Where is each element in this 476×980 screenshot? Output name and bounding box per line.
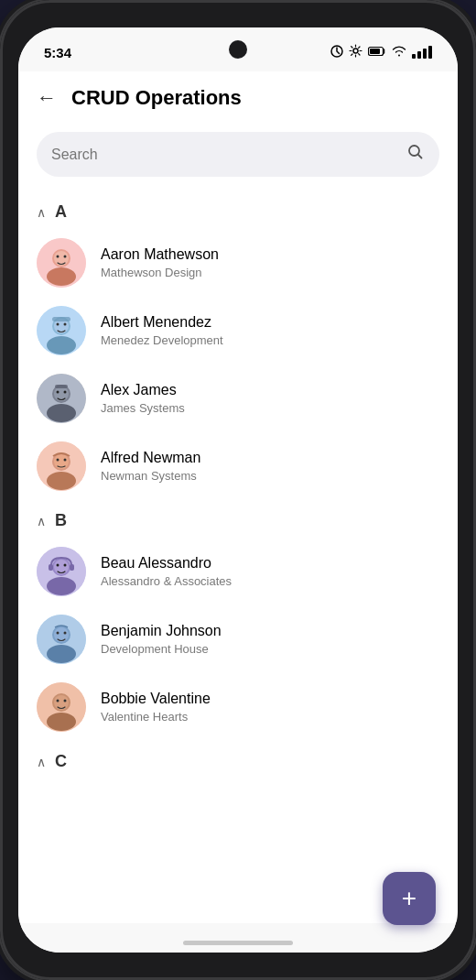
svg-point-44 [64, 632, 67, 635]
svg-point-34 [54, 560, 69, 574]
search-input[interactable] [51, 147, 406, 163]
svg-point-42 [54, 627, 69, 642]
svg-rect-37 [49, 564, 53, 571]
svg-point-48 [54, 695, 69, 710]
svg-point-15 [57, 323, 60, 326]
contact-item-bobbie[interactable]: Bobbie Valentine Valentine Hearts [18, 673, 458, 741]
data-saver-icon [330, 44, 343, 61]
contact-company-alex: James Systems [101, 401, 185, 415]
contact-info-alex: Alex James James Systems [101, 382, 185, 415]
contact-company-bobbie: Valentine Hearts [101, 710, 211, 724]
svg-point-4 [409, 146, 419, 156]
section-letter-c: C [55, 752, 67, 771]
svg-point-7 [47, 267, 76, 286]
battery-icon [368, 46, 386, 60]
avatar-albert [37, 306, 86, 355]
svg-point-10 [64, 256, 67, 258]
svg-point-1 [353, 49, 358, 53]
svg-point-30 [64, 459, 67, 462]
contact-item-alfred[interactable]: Alfred Newman Newman Systems [18, 432, 458, 500]
search-icon[interactable] [406, 143, 425, 166]
svg-point-23 [64, 391, 67, 394]
svg-point-21 [54, 387, 69, 401]
search-container [18, 125, 458, 191]
app-header: ← CRUD Operations [18, 71, 458, 125]
svg-point-43 [57, 632, 60, 635]
avatar-alex [37, 374, 86, 423]
contact-item-albert[interactable]: Albert Menendez Menedez Development [18, 297, 458, 365]
svg-point-50 [64, 700, 67, 702]
back-button[interactable]: ← [37, 86, 57, 110]
section-letter-a: A [55, 202, 67, 222]
chevron-c-icon[interactable]: ∧ [37, 755, 46, 769]
chevron-a-icon[interactable]: ∧ [37, 205, 46, 220]
contact-name-bobbie: Bobbie Valentine [101, 691, 211, 707]
contact-name-albert: Albert Menendez [101, 314, 223, 331]
section-header-c: ∧ C [18, 741, 458, 779]
contact-info-beau: Beau Alessandro Alessandro & Associates [101, 555, 232, 588]
svg-rect-38 [70, 564, 74, 571]
section-a: ∧ A [18, 191, 458, 500]
app-content: ← CRUD Operations ∧ [18, 71, 458, 923]
svg-point-20 [47, 404, 76, 422]
section-header-a: ∧ A [18, 191, 458, 229]
search-bar [37, 132, 439, 177]
contact-name-alex: Alex James [101, 382, 185, 398]
svg-point-33 [47, 577, 76, 595]
chevron-b-icon[interactable]: ∧ [37, 514, 46, 528]
wifi-icon [392, 46, 406, 60]
section-c: ∧ C [18, 741, 458, 779]
contact-item-beau[interactable]: Beau Alessandro Alessandro & Associates [18, 538, 458, 605]
screen: 5:34 [18, 27, 458, 953]
svg-point-16 [64, 323, 67, 326]
svg-point-47 [47, 713, 76, 731]
svg-rect-3 [370, 49, 380, 54]
section-letter-b: B [55, 511, 67, 530]
svg-point-8 [54, 251, 69, 266]
svg-point-13 [47, 336, 76, 354]
contact-info-albert: Albert Menendez Menedez Development [101, 314, 223, 347]
add-contact-button[interactable]: + [383, 872, 436, 925]
section-b: ∧ B [18, 500, 458, 741]
section-header-b: ∧ B [18, 500, 458, 538]
svg-point-22 [57, 391, 60, 394]
contact-company-beau: Alessandro & Associates [101, 574, 232, 588]
contact-info-alfred: Alfred Newman Newman Systems [101, 450, 200, 483]
contact-name-alfred: Alfred Newman [101, 450, 200, 466]
camera-notch [229, 40, 247, 59]
contact-company-alfred: Newman Systems [101, 469, 200, 483]
svg-point-35 [57, 564, 60, 567]
svg-point-9 [57, 256, 60, 258]
avatar-bobbie [37, 682, 86, 732]
home-indicator [183, 941, 293, 945]
page-title: CRUD Operations [71, 86, 242, 110]
contact-item-alex[interactable]: Alex James James Systems [18, 365, 458, 432]
status-icons [330, 44, 432, 61]
contact-info-aaron: Aaron Mathewson Mathewson Design [101, 246, 219, 279]
contact-name-beau: Beau Alessandro [101, 555, 232, 572]
contact-item-benjamin[interactable]: Benjamin Johnson Development House [18, 605, 458, 673]
svg-point-36 [64, 564, 67, 567]
svg-rect-24 [55, 385, 68, 388]
avatar-aaron [37, 238, 86, 288]
contact-company-albert: Menedez Development [101, 333, 223, 347]
svg-point-29 [57, 459, 60, 462]
avatar-beau [37, 547, 86, 596]
contact-info-bobbie: Bobbie Valentine Valentine Hearts [101, 691, 211, 724]
contact-item-aaron[interactable]: Aaron Mathewson Mathewson Design [18, 229, 458, 297]
add-icon: + [402, 886, 416, 911]
contact-name-benjamin: Benjamin Johnson [101, 623, 222, 639]
svg-rect-17 [52, 317, 70, 321]
status-time: 5:34 [44, 45, 71, 60]
bottom-bar [18, 923, 458, 953]
contact-company-aaron: Mathewson Design [101, 266, 219, 279]
avatar-benjamin [37, 615, 86, 664]
contact-info-benjamin: Benjamin Johnson Development House [101, 623, 222, 656]
svg-point-41 [47, 645, 76, 663]
signal-bars-icon [412, 46, 432, 59]
settings-icon [349, 44, 362, 60]
avatar-alfred [37, 441, 86, 491]
svg-point-49 [57, 700, 60, 702]
contact-company-benjamin: Development House [101, 642, 222, 656]
contact-name-aaron: Aaron Mathewson [101, 246, 219, 263]
